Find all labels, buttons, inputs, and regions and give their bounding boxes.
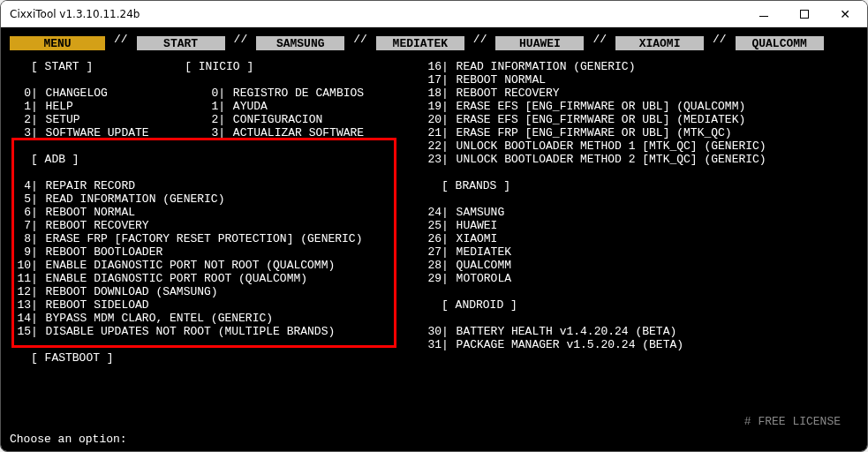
license-label: # FREE LICENSE (744, 415, 841, 428)
prompt[interactable]: Choose an option: (10, 433, 127, 446)
item-label: DISABLE UPDATES NOT ROOT (MULTIPLE BRAND… (45, 325, 336, 338)
item-index: 4 (10, 179, 31, 192)
tab-bar: MENU // START // SAMSUNG // MEDIATEK // … (1, 27, 867, 42)
item-index: 23 (420, 153, 442, 166)
item-index: 11 (10, 272, 31, 285)
menu-item[interactable]: 26| XIAOMI (420, 232, 858, 245)
menu-item[interactable]: 24| SAMSUNG (420, 206, 858, 219)
menu-item[interactable]: 13| REBOOT SIDELOAD (10, 298, 420, 312)
section-header: [ START ] [ INICIO ] (10, 60, 420, 73)
app-window: CixxiTool v1.3.10.11.24b ✕ MENU // START… (0, 0, 868, 452)
menu-item[interactable]: 21| ERASE FRP [ENG_FIRMWARE OR UBL] (MTK… (420, 126, 858, 139)
menu-item[interactable]: 16| READ INFORMATION (GENERIC) (420, 60, 858, 73)
item-index: 3 (197, 126, 218, 139)
section-header: [ ADB ] (10, 153, 420, 166)
menu-item[interactable]: 22| UNLOCK BOOTLOADER METHOD 1 [MTK_QC] … (420, 139, 858, 153)
menu-item[interactable]: 7| REBOOT RECOVERY (10, 219, 420, 232)
menu-item[interactable]: 8| ERASE FRP [FACTORY RESET PROTECTION] … (10, 232, 420, 245)
menu-item[interactable]: 27| MEDIATEK (420, 245, 858, 259)
menu-item[interactable]: 31| PACKAGE MANAGER v1.5.20.24 (BETA) (420, 338, 858, 351)
footer: Choose an option: (10, 433, 858, 446)
item-label: BATTERY HEALTH v1.4.20.24 (BETA) (456, 325, 677, 338)
item-index: 6 (10, 206, 31, 219)
item-index: 27 (420, 245, 442, 259)
menu-item[interactable]: 9| REBOOT BOOTLOADER (10, 245, 420, 259)
item-label: ENABLE DIAGNOSTIC PORT NOT ROOT (QUALCOM… (45, 259, 336, 272)
item-label: ERASE FRP [FACTORY RESET PROTECTION] (GE… (45, 232, 363, 245)
item-label: SOFTWARE UPDATE (45, 126, 198, 139)
close-icon: ✕ (840, 8, 850, 20)
menu-item[interactable]: 23| UNLOCK BOOTLOADER METHOD 2 [MTK_QC] … (420, 153, 858, 166)
item-index: 8 (10, 232, 31, 245)
item-index: 24 (420, 206, 442, 219)
section-brands: [ BRANDS ] (442, 179, 510, 192)
item-label: CHANGELOG (45, 87, 198, 100)
item-index: 15 (10, 325, 31, 338)
item-index: 14 (10, 312, 31, 325)
minimize-button[interactable] (743, 2, 784, 26)
menu-item[interactable]: 3| SOFTWARE UPDATE 3| ACTUALIZAR SOFTWAR… (10, 126, 420, 139)
menu-item[interactable]: 20| ERASE EFS [ENG_FIRMWARE OR UBL] (MED… (420, 113, 858, 126)
item-index: 0 (197, 87, 218, 100)
item-label: CONFIGURACION (232, 113, 322, 126)
item-label: HELP (45, 100, 198, 113)
item-label: REPAIR RECORD (45, 179, 135, 192)
content-area: [ START ] [ INICIO ] 0| CHANGELOG 0| REG… (1, 42, 867, 365)
menu-item[interactable]: 29| MOTOROLA (420, 272, 858, 285)
item-label: READ INFORMATION (GENERIC) (45, 192, 225, 206)
item-label: SAMSUNG (456, 206, 505, 219)
item-index: 2 (197, 113, 218, 126)
item-label: REBOOT NORMAL (45, 206, 135, 219)
menu-item[interactable]: 17| REBOOT NORMAL (420, 73, 858, 87)
item-label: MEDIATEK (456, 245, 511, 259)
item-index: 19 (420, 100, 442, 113)
item-label: ERASE FRP [ENG_FIRMWARE OR UBL] (MTK_QC) (456, 126, 732, 139)
menu-item[interactable]: 14| BYPASS MDM CLARO, ENTEL (GENERIC) (10, 312, 420, 325)
item-label: READ INFORMATION (GENERIC) (456, 60, 636, 73)
item-label: QUALCOMM (456, 259, 511, 272)
item-label: REBOOT NORMAL (456, 73, 546, 87)
item-label: REBOOT BOOTLOADER (45, 245, 163, 259)
menu-item[interactable]: 15| DISABLE UPDATES NOT ROOT (MULTIPLE B… (10, 325, 420, 338)
menu-item[interactable]: 19| ERASE EFS [ENG_FIRMWARE OR UBL] (QUA… (420, 100, 858, 113)
menu-item[interactable]: 5| READ INFORMATION (GENERIC) (10, 192, 420, 206)
menu-item[interactable]: 0| CHANGELOG 0| REGISTRO DE CAMBIOS (10, 87, 420, 100)
menu-item[interactable]: 1| HELP 1| AYUDA (10, 100, 420, 113)
tab-separator: // (584, 36, 615, 42)
menu-item[interactable]: 6| REBOOT NORMAL (10, 206, 420, 219)
item-index: 1 (197, 100, 218, 113)
section-header: [ ANDROID ] (420, 298, 858, 312)
menu-item[interactable]: 25| HUAWEI (420, 219, 858, 232)
section-start: [ START ] (31, 60, 93, 73)
item-label: PACKAGE MANAGER v1.5.20.24 (BETA) (456, 338, 683, 351)
menu-item[interactable]: 18| REBOOT RECOVERY (420, 87, 858, 100)
menu-item[interactable]: 2| SETUP 2| CONFIGURACION (10, 113, 420, 126)
menu-item[interactable]: 11| ENABLE DIAGNOSTIC PORT ROOT (QUALCOM… (10, 272, 420, 285)
item-label: ENABLE DIAGNOSTIC PORT ROOT (QUALCOMM) (45, 272, 307, 285)
item-index: 18 (420, 87, 442, 100)
section-android: [ ANDROID ] (442, 298, 517, 312)
tab-separator: // (344, 36, 376, 42)
section-fastboot: [ FASTBOOT ] (31, 351, 114, 365)
item-index: 20 (420, 113, 442, 126)
item-index: 17 (420, 73, 442, 87)
item-index: 30 (420, 325, 442, 338)
menu-item[interactable]: 30| BATTERY HEALTH v1.4.20.24 (BETA) (420, 325, 858, 338)
menu-item[interactable]: 28| QUALCOMM (420, 259, 858, 272)
section-adb: [ ADB ] (31, 153, 79, 166)
item-label: UNLOCK BOOTLOADER METHOD 1 [MTK_QC] (GEN… (456, 139, 766, 153)
item-index: 3 (10, 126, 31, 139)
item-index: 25 (420, 219, 442, 232)
item-label: UNLOCK BOOTLOADER METHOD 2 [MTK_QC] (GEN… (456, 153, 766, 166)
menu-item[interactable]: 12| REBOOT DOWNLOAD (SAMSUNG) (10, 285, 420, 298)
section-header: [ FASTBOOT ] (10, 351, 420, 365)
menu-item[interactable]: 10| ENABLE DIAGNOSTIC PORT NOT ROOT (QUA… (10, 259, 420, 272)
window-controls: ✕ (743, 2, 865, 26)
item-index: 7 (10, 219, 31, 232)
item-index: 29 (420, 272, 442, 285)
menu-item[interactable]: 4| REPAIR RECORD (10, 179, 420, 192)
item-label: REGISTRO DE CAMBIOS (232, 87, 364, 100)
item-index: 0 (10, 87, 31, 100)
maximize-button[interactable] (784, 2, 825, 26)
close-button[interactable]: ✕ (825, 2, 865, 26)
